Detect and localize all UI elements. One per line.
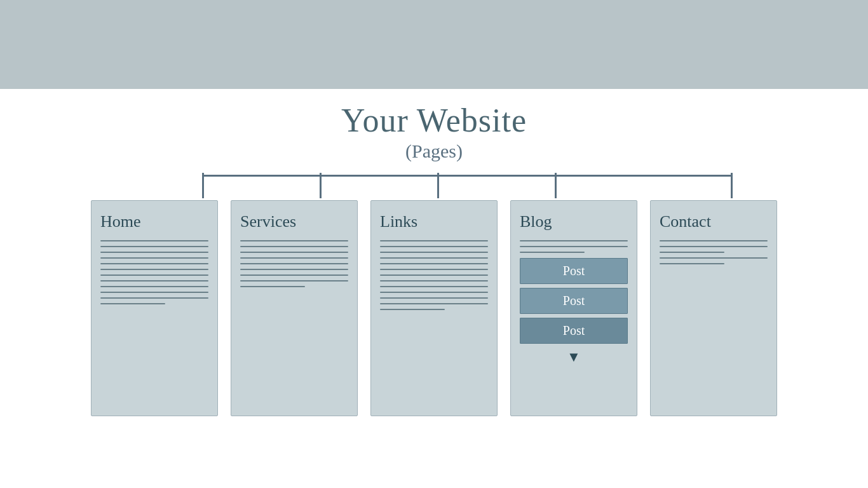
contact-card-title: Contact [660, 212, 768, 231]
blog-post-3[interactable]: Post [520, 318, 628, 344]
content-line [660, 257, 768, 259]
content-line [380, 303, 488, 304]
home-card-title: Home [100, 212, 208, 231]
content-line [380, 252, 488, 253]
vline-contact [731, 173, 733, 198]
content-area: Your Website (Pages) Home [0, 89, 868, 488]
vline-services [320, 173, 322, 198]
content-line [240, 257, 348, 259]
blog-expand-arrow[interactable]: ▼ [520, 349, 628, 365]
content-line [100, 263, 208, 264]
content-line [240, 240, 348, 241]
content-line [240, 263, 348, 264]
content-line [520, 246, 628, 247]
links-card: Links [370, 200, 498, 416]
blog-post-1[interactable]: Post [520, 258, 628, 284]
content-line [100, 257, 208, 259]
services-card: Services [231, 200, 358, 416]
content-line [100, 280, 208, 281]
blog-top-lines [520, 240, 628, 253]
content-line [380, 297, 488, 299]
content-line [100, 246, 208, 247]
content-line [100, 286, 208, 287]
links-card-title: Links [380, 212, 488, 231]
services-card-title: Services [240, 212, 348, 231]
content-line [100, 303, 165, 304]
content-line [660, 263, 724, 264]
content-line [380, 309, 445, 310]
content-line [380, 263, 488, 264]
content-line [660, 240, 768, 241]
vline-home [202, 173, 204, 198]
content-line [100, 274, 208, 276]
blog-card: Blog Post Post Post ▼ [510, 200, 637, 416]
content-line [380, 286, 488, 287]
services-lines [240, 240, 348, 287]
content-line [240, 269, 348, 270]
contact-lines [660, 240, 768, 264]
content-line [100, 240, 208, 241]
blog-card-title: Blog [520, 212, 628, 231]
blog-post-2[interactable]: Post [520, 288, 628, 314]
content-line [240, 280, 348, 281]
title-section: Your Website (Pages) [341, 102, 527, 162]
vline-blog [555, 173, 557, 198]
horizontal-line [202, 175, 733, 177]
vline-links [437, 173, 439, 198]
content-line [100, 252, 208, 253]
content-line [240, 246, 348, 247]
content-line [660, 252, 724, 253]
sub-title: (Pages) [341, 140, 527, 162]
cards-row: Home Services [91, 200, 777, 416]
content-line [240, 274, 348, 276]
content-line [100, 269, 208, 270]
home-card: Home [91, 200, 218, 416]
main-title: Your Website [341, 102, 527, 139]
content-line [520, 240, 628, 241]
content-line [380, 240, 488, 241]
header-band [0, 0, 868, 89]
contact-card: Contact [650, 200, 777, 416]
content-line [380, 280, 488, 281]
home-lines [100, 240, 208, 304]
content-line [380, 257, 488, 259]
content-line [380, 269, 488, 270]
blog-posts-list: Post Post Post [520, 258, 628, 344]
content-line [660, 246, 768, 247]
content-line [240, 252, 348, 253]
content-line [380, 274, 488, 276]
links-lines [380, 240, 488, 310]
content-line [100, 292, 208, 293]
content-line [240, 286, 305, 287]
content-line [100, 297, 208, 299]
content-line [380, 246, 488, 247]
content-line [380, 292, 488, 293]
content-line [520, 252, 585, 253]
